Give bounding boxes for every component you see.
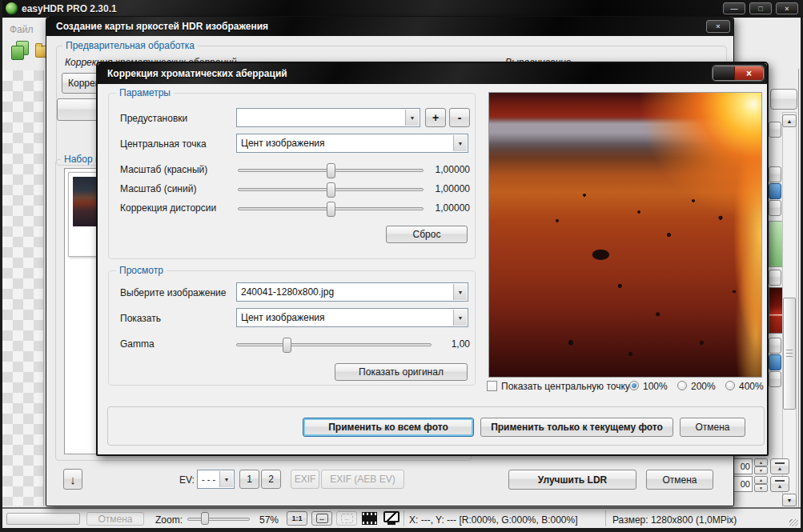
main-titlebar: easyHDR PRO 2.30.1 — □ ×	[0, 0, 803, 18]
presets-label: Предустановки	[120, 113, 187, 124]
minimize-button[interactable]: —	[723, 2, 745, 14]
ca-dialog-close-group: ×	[713, 66, 764, 81]
preview-image	[488, 92, 762, 378]
statusbar-divider	[404, 510, 404, 526]
scale-blue-value: 1,00000	[418, 183, 470, 194]
panel-button[interactable]	[770, 89, 797, 110]
panel-button[interactable]	[769, 166, 781, 182]
show-original-button[interactable]: Показать оригинал	[335, 363, 468, 381]
one-to-one-icon: 1:1	[291, 514, 302, 522]
actual-size-button[interactable]: 1:1	[287, 511, 307, 526]
distortion-value: 1,00000	[418, 202, 470, 214]
spin-up-icon[interactable]: ▲	[754, 476, 768, 484]
status-zoom-slider-thumb[interactable]	[201, 512, 209, 525]
zoom-400-radio[interactable]	[725, 381, 735, 390]
show-center-checkbox[interactable]	[487, 381, 497, 391]
minus-icon: -	[458, 111, 462, 124]
panel-button[interactable]	[769, 338, 781, 354]
panel-button[interactable]	[769, 270, 781, 286]
gamma-slider[interactable]	[236, 343, 432, 346]
hdr-cancel-button[interactable]: Отмена	[646, 470, 713, 490]
spin-max-button[interactable]: ▲	[770, 476, 789, 492]
ev-preset-2-button[interactable]: 2	[261, 470, 281, 489]
ev-preset-1-button[interactable]: 1	[239, 470, 259, 489]
ca-dialog-close-button[interactable]: ×	[734, 66, 763, 80]
show-mode-label: Показать	[120, 313, 161, 324]
scrollbar-thumb[interactable]	[783, 298, 796, 410]
remove-preset-button[interactable]: -	[449, 108, 470, 127]
dropdown-arrow-icon: ▼	[405, 110, 419, 126]
new-image-icon[interactable]	[10, 40, 32, 62]
progress-bar	[6, 513, 80, 525]
minimize-icon: —	[731, 5, 738, 13]
resize-grip[interactable]	[789, 519, 798, 526]
ev-combobox[interactable]: - - - ▼	[197, 470, 235, 489]
add-preset-button[interactable]: +	[425, 108, 446, 127]
improve-ldr-button[interactable]: Улучшить LDR	[508, 470, 636, 490]
apply-current-button[interactable]: Применить только к текущему фото	[480, 418, 673, 437]
gamma-slider-thumb[interactable]	[283, 338, 291, 353]
spin-max-button[interactable]: ▲	[770, 458, 789, 474]
zoom-label: Zoom:	[155, 514, 183, 526]
zoom-100-label: 100%	[643, 381, 668, 392]
fit-window-button[interactable]: ↔	[311, 511, 332, 526]
show-mode-combobox[interactable]: Цент изображения ▼	[236, 308, 468, 327]
apply-all-button[interactable]: Применить ко всем фото	[303, 418, 474, 437]
easyhdr-main-window: easyHDR PRO 2.30.1 — □ × Файл ▲ ▼	[0, 0, 803, 532]
move-down-button[interactable]: ↓	[63, 469, 82, 490]
spin-updown-buttons[interactable]: ▲ ▼	[754, 458, 768, 474]
maximize-button[interactable]: □	[749, 2, 772, 14]
select-image-combobox[interactable]: 240041-1280x800.jpg ▼	[236, 282, 468, 302]
panel-button[interactable]	[769, 200, 781, 216]
hdr-dialog-close-button[interactable]: ×	[706, 20, 730, 33]
panel-button-blue[interactable]	[769, 354, 781, 370]
chromatic-aberration-dialog: Коррекция хроматических аберраций × Пара…	[96, 62, 769, 456]
panel-button[interactable]	[769, 371, 781, 387]
center-point-combobox[interactable]: Цент изображения ▼	[236, 134, 468, 153]
scale-red-label: Масштаб (красный)	[120, 164, 207, 175]
spin-updown-buttons[interactable]: ▲ ▼	[754, 476, 768, 492]
close-icon: ×	[716, 22, 720, 30]
statusbar: Отмена Zoom: 57% 1:1 ↔ ↔ X: ---, Y: --- …	[2, 509, 801, 528]
selection-icon: ↔	[341, 514, 353, 523]
spin-up-icon[interactable]: ▲	[754, 458, 768, 466]
hdr-dialog-titlebar: Создание карты яркостей HDR изображения	[46, 17, 733, 36]
panel-border	[798, 69, 799, 508]
cursor-coordinates: X: ---, Y: --- [R:000%, G:000%, B:000%]	[409, 514, 578, 526]
zoom-100-radio[interactable]	[629, 381, 639, 390]
scale-red-value: 1,00000	[418, 164, 470, 175]
red-gradient-slider[interactable]	[769, 287, 783, 334]
display-icon[interactable]	[383, 511, 399, 522]
maximize-icon: □	[758, 5, 762, 13]
presets-combobox[interactable]: ▼	[236, 108, 420, 127]
reset-button[interactable]: Сброс	[386, 226, 468, 243]
center-point-label: Центральная точка	[120, 138, 207, 150]
ca-dialog-titlebar: Коррекция хроматических аберраций	[98, 63, 767, 84]
panel-button-blue[interactable]	[769, 183, 781, 199]
dropdown-arrow-icon: ▼	[453, 135, 467, 151]
scrollbar-down-button[interactable]: ▼	[782, 494, 797, 506]
distortion-slider-thumb[interactable]	[327, 202, 335, 217]
menu-file[interactable]: Файл	[10, 24, 34, 35]
scale-blue-slider-thumb[interactable]	[327, 182, 335, 198]
panel-button[interactable]	[769, 122, 781, 138]
scrollbar-up-button[interactable]: ▲	[782, 114, 797, 127]
spin-down-icon[interactable]: ▼	[754, 484, 768, 492]
green-gradient-slider[interactable]	[769, 221, 783, 267]
fit-selection-button[interactable]: ↔	[336, 511, 357, 526]
zoom-200-radio[interactable]	[677, 381, 687, 390]
filmstrip-icon[interactable]	[362, 512, 377, 525]
status-zoom-slider[interactable]	[187, 518, 250, 521]
status-cancel-button[interactable]: Отмена	[86, 512, 144, 526]
scrollbar-grip-icon	[786, 350, 793, 357]
exif-aeb-button[interactable]: EXIF (AEB EV)	[321, 470, 404, 489]
plus-icon: +	[432, 111, 439, 124]
close-button[interactable]: ×	[776, 2, 798, 14]
zoom-400-label: 400%	[739, 381, 764, 392]
ca-cancel-button[interactable]: Отмена	[680, 418, 745, 437]
exif-button[interactable]: EXIF	[291, 470, 319, 489]
fit-width-icon: ↔	[316, 514, 328, 523]
scale-red-slider-thumb[interactable]	[327, 163, 335, 178]
select-image-label: Выберите изображение	[120, 287, 226, 298]
spin-down-icon[interactable]: ▼	[754, 466, 768, 474]
